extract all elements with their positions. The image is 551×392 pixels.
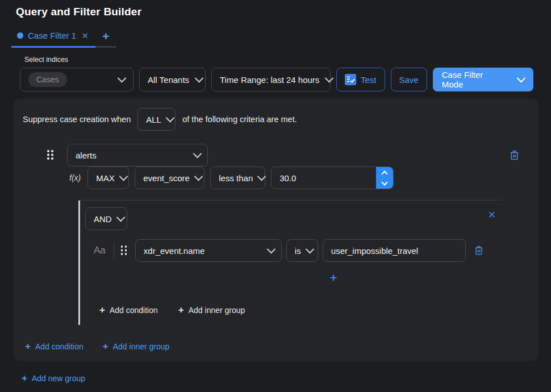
indices-select[interactable]: Cases (20, 68, 133, 91)
add-condition-label: Add condition (110, 306, 158, 315)
add-tab-button[interactable]: + (95, 30, 116, 48)
tenant-select[interactable]: All Tenants (139, 68, 206, 91)
plus-icon: + (99, 305, 105, 315)
tab-close-icon[interactable]: ✕ (82, 31, 89, 40)
indices-label: Select indices (24, 56, 133, 64)
plus-icon: + (103, 341, 108, 351)
aggregation-function-select[interactable]: MAX (87, 166, 129, 189)
plus-icon: + (22, 373, 27, 383)
group-indent-bar (78, 201, 80, 325)
case-filter-mode-label: Case Filter Mode (442, 70, 504, 89)
toolbar: Select indices Cases All Tenants Time Ra… (20, 56, 533, 91)
match-type-label: ALL (146, 115, 161, 124)
condition-operator-label: is (295, 246, 301, 256)
delete-condition-button[interactable] (472, 243, 486, 258)
add-inner-group-link[interactable]: + Add inner group (178, 305, 245, 315)
divider (114, 242, 114, 259)
plus-icon: + (178, 305, 184, 315)
add-condition-label: Add condition (35, 342, 84, 351)
suppress-suffix-text: of the following criteria are met. (182, 115, 297, 124)
chevron-up-icon (382, 170, 388, 177)
suppress-rule-row: Suppress case creation when ALL of the f… (23, 108, 539, 131)
tab-label: Case Filter 1 (28, 31, 76, 40)
add-new-group-label: Add new group (32, 374, 85, 383)
chevron-down-icon (166, 113, 175, 122)
tab-bar: Case Filter 1 ✕ + (11, 30, 551, 48)
add-inner-group-link[interactable]: + Add inner group (103, 341, 170, 351)
chevron-down-icon (325, 73, 334, 82)
chevron-down-icon (116, 212, 125, 222)
decrement-button[interactable] (376, 178, 393, 189)
tab-case-filter-1[interactable]: Case Filter 1 ✕ (11, 31, 95, 48)
tab-active-dot-icon (17, 32, 23, 39)
match-type-select[interactable]: ALL (137, 108, 176, 131)
filter-group-panel: Suppress case creation when ALL of the f… (14, 99, 539, 361)
delete-group-button[interactable] (507, 148, 521, 163)
time-range-select[interactable]: Time Range: last 24 hours (211, 68, 331, 91)
condition-field-label: xdr_event.name (144, 246, 205, 256)
group-actions: + Add condition + Add inner group (25, 341, 539, 351)
chevron-down-icon (193, 149, 202, 158)
fx-label: f(x) (69, 173, 81, 182)
time-range-label: Time Range: last 24 hours (220, 75, 319, 85)
add-value-row: + (78, 271, 503, 282)
test-button-label: Test (361, 75, 377, 85)
chevron-down-icon (517, 73, 526, 82)
save-button-label: Save (399, 75, 419, 85)
add-condition-link[interactable]: + Add condition (99, 305, 158, 315)
remove-inner-group-button[interactable]: ✕ (485, 210, 499, 220)
chevron-down-icon (119, 172, 128, 181)
number-stepper (376, 167, 393, 189)
aggregation-operator-select[interactable]: less than (210, 166, 265, 189)
add-condition-link[interactable]: + Add condition (25, 341, 84, 351)
trash-icon (510, 150, 519, 161)
threshold-value-field (271, 166, 394, 189)
condition-operator-select[interactable]: is (286, 239, 318, 262)
case-filter-mode-select[interactable]: Case Filter Mode (433, 68, 533, 91)
threshold-value-input[interactable] (272, 167, 376, 189)
logic-operator-label: AND (94, 214, 112, 224)
aggregation-function-label: MAX (96, 173, 115, 183)
group-index-label: alerts (76, 151, 97, 160)
add-value-button[interactable]: + (327, 271, 340, 284)
chevron-down-icon (194, 172, 203, 181)
trash-icon (474, 245, 483, 256)
chevron-down-icon (257, 172, 266, 181)
chevron-down-icon (118, 73, 127, 82)
test-button[interactable]: Test (336, 68, 385, 91)
group-index-select[interactable]: alerts (67, 144, 208, 166)
indices-field-group: Select indices Cases (20, 56, 133, 91)
suppress-prefix-text: Suppress case creation when (23, 115, 131, 124)
chevron-down-icon (195, 73, 204, 82)
case-sensitivity-toggle[interactable]: Aa (94, 245, 106, 256)
logic-operator-row: AND (85, 207, 503, 230)
increment-button[interactable] (376, 167, 393, 178)
drag-handle-icon[interactable] (121, 245, 127, 256)
save-button[interactable]: Save (391, 68, 427, 91)
plus-icon: + (25, 341, 31, 351)
tenant-selected-label: All Tenants (148, 75, 189, 85)
add-inner-group-label: Add inner group (113, 342, 170, 351)
condition-value-input[interactable] (323, 239, 466, 262)
inner-group-actions: + Add condition + Add inner group (99, 305, 503, 315)
indices-selected-chip: Cases (28, 72, 67, 87)
page-title: Query and Filter Builder (0, 0, 551, 18)
aggregation-field-select[interactable]: event_score (135, 166, 204, 189)
condition-row: Aa xdr_event.name is (78, 239, 503, 262)
chevron-down-icon (267, 244, 276, 253)
condition-field-select[interactable]: xdr_event.name (135, 239, 282, 262)
group-source-row: alerts (47, 144, 521, 166)
drag-handle-icon[interactable] (47, 150, 53, 160)
fact-check-icon (345, 74, 356, 85)
chevron-down-icon (382, 179, 388, 185)
aggregation-field-label: event_score (143, 173, 190, 183)
inner-group: ✕ AND Aa xdr_event.name is (78, 200, 503, 325)
chevron-down-icon (305, 244, 314, 253)
aggregation-operator-label: less than (219, 173, 253, 183)
add-inner-group-label: Add inner group (189, 306, 245, 315)
logic-operator-select[interactable]: AND (85, 207, 127, 230)
add-new-group-link[interactable]: + Add new group (22, 373, 551, 383)
aggregation-row: f(x) MAX event_score less than (69, 166, 539, 189)
